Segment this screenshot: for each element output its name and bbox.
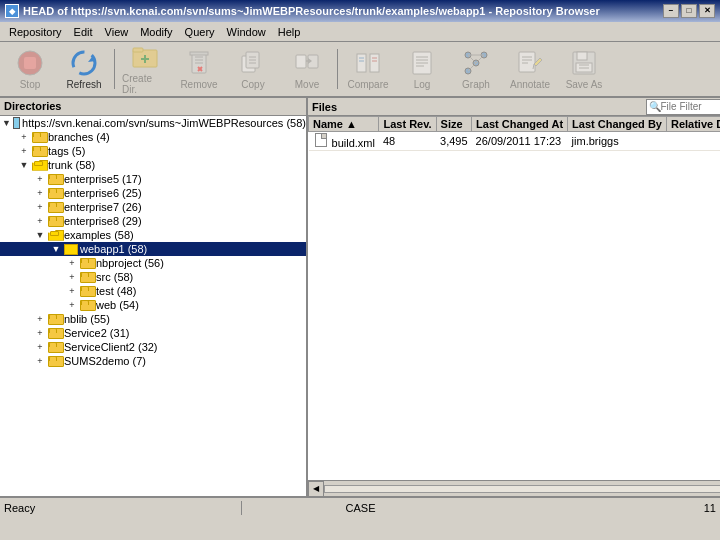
remove-label: Remove [180, 79, 217, 90]
expand-trunk[interactable]: ▼ [18, 159, 30, 171]
files-header: Files 🔍 ✕ ▶ [308, 98, 720, 116]
menu-query[interactable]: Query [180, 25, 220, 39]
tree-item-branches[interactable]: + branches (4) [0, 130, 306, 144]
move-button[interactable]: Move [281, 45, 333, 93]
folder-tags-icon [32, 146, 46, 157]
copy-button[interactable]: Copy [227, 45, 279, 93]
expand-nblib[interactable]: + [34, 313, 46, 325]
expand-root[interactable]: ▼ [2, 117, 11, 129]
tree-item-src[interactable]: + src (58) [0, 270, 306, 284]
tree-item-nbproject[interactable]: + nbproject (56) [0, 256, 306, 270]
title-bar-left: ◆ HEAD of https://svn.kcnai.com/svn/sums… [5, 4, 600, 18]
tree-item-examples[interactable]: ▼ examples (58) [0, 228, 306, 242]
tree-item-test[interactable]: + test (48) [0, 284, 306, 298]
tree-item-root[interactable]: ▼ https://svn.kenai.com/svn/sums~JimWEBP… [0, 116, 306, 130]
tree-item-webapp1[interactable]: ▼ webapp1 (58) [0, 242, 306, 256]
expand-branches[interactable]: + [18, 131, 30, 143]
menu-view[interactable]: View [100, 25, 134, 39]
file-filter-input[interactable] [661, 101, 721, 112]
expand-enterprise8[interactable]: + [34, 215, 46, 227]
menu-modify[interactable]: Modify [135, 25, 177, 39]
expand-nbproject[interactable]: + [66, 257, 78, 269]
tree-item-nblib[interactable]: + nblib (55) [0, 312, 306, 326]
graph-button[interactable]: Graph [450, 45, 502, 93]
scroll-left-button[interactable]: ◀ [308, 481, 324, 497]
folder-branches-icon [32, 132, 46, 143]
annotate-button[interactable]: Annotate [504, 45, 556, 93]
minimize-button[interactable]: − [663, 4, 679, 18]
folder-enterprise7-icon [48, 202, 62, 213]
remove-icon [183, 48, 215, 77]
col-name[interactable]: Name ▲ [309, 117, 379, 132]
tree-label-root: https://svn.kenai.com/svn/sums~JimWEBPRe… [22, 117, 306, 129]
col-size[interactable]: Size [436, 117, 472, 132]
tree-item-enterprise7[interactable]: + enterprise7 (26) [0, 200, 306, 214]
refresh-icon [68, 48, 100, 77]
table-row[interactable]: build.xml 48 3,495 26/09/2011 17:23 jim.… [309, 132, 721, 151]
expand-webapp1[interactable]: ▼ [50, 243, 62, 255]
save-as-button[interactable]: Save As [558, 45, 610, 93]
tree-item-enterprise6[interactable]: + enterprise6 (25) [0, 186, 306, 200]
folder-src-icon [80, 272, 94, 283]
folder-trunk-icon [32, 160, 46, 171]
expand-test[interactable]: + [66, 285, 78, 297]
search-icon: 🔍 [649, 101, 661, 112]
compare-button[interactable]: Compare [342, 45, 394, 93]
expand-src[interactable]: + [66, 271, 78, 283]
expand-tags[interactable]: + [18, 145, 30, 157]
tree-item-tags[interactable]: + tags (5) [0, 144, 306, 158]
tree-label-nblib: nblib (55) [64, 313, 110, 325]
tree-item-serviceclient2[interactable]: + ServiceClient2 (32) [0, 340, 306, 354]
window-title: HEAD of https://svn.kcnai.com/svn/sums~J… [23, 5, 600, 17]
col-lastchangedby[interactable]: Last Changed By [568, 117, 667, 132]
col-lastrev[interactable]: Last Rev. [379, 117, 436, 132]
files-table-container[interactable]: Name ▲ Last Rev. Size Last Changed At La… [308, 116, 720, 480]
tree-item-enterprise8[interactable]: + enterprise8 (29) [0, 214, 306, 228]
stop-button[interactable]: Stop [4, 45, 56, 93]
tree-item-sums2demo[interactable]: + SUMS2demo (7) [0, 354, 306, 368]
expand-serviceclient2[interactable]: + [34, 341, 46, 353]
expand-service2[interactable]: + [34, 327, 46, 339]
tree-item-trunk[interactable]: ▼ trunk (58) [0, 158, 306, 172]
file-reldir-cell [666, 132, 720, 151]
directories-tree[interactable]: ▼ https://svn.kenai.com/svn/sums~JimWEBP… [0, 116, 306, 496]
menu-repository[interactable]: Repository [4, 25, 67, 39]
log-button[interactable]: Log [396, 45, 448, 93]
col-reldir[interactable]: Relative Directory [666, 117, 720, 132]
expand-sums2demo[interactable]: + [34, 355, 46, 367]
close-button[interactable]: ✕ [699, 4, 715, 18]
expand-enterprise5[interactable]: + [34, 173, 46, 185]
maximize-button[interactable]: □ [681, 4, 697, 18]
stop-label: Stop [20, 79, 41, 90]
file-lastrev-cell: 48 [379, 132, 436, 151]
title-bar-controls[interactable]: − □ ✕ [663, 4, 715, 18]
scroll-track[interactable] [324, 485, 720, 493]
computer-icon [13, 117, 20, 129]
menu-help[interactable]: Help [273, 25, 306, 39]
refresh-button[interactable]: Refresh [58, 45, 110, 93]
file-filter-container[interactable]: 🔍 ✕ ▶ [646, 99, 721, 115]
status-center: CASE [242, 502, 479, 514]
svg-rect-24 [357, 54, 366, 72]
create-dir-button[interactable]: Create Dir. [119, 45, 171, 93]
menu-edit[interactable]: Edit [69, 25, 98, 39]
files-scrollbar[interactable]: ◀ ▶ [308, 480, 720, 496]
remove-button[interactable]: Remove [173, 45, 225, 93]
menu-window[interactable]: Window [222, 25, 271, 39]
tree-item-service2[interactable]: + Service2 (31) [0, 326, 306, 340]
expand-examples[interactable]: ▼ [34, 229, 46, 241]
expand-web[interactable]: + [66, 299, 78, 311]
expand-enterprise6[interactable]: + [34, 187, 46, 199]
menu-bar: Repository Edit View Modify Query Window… [0, 22, 720, 42]
file-lastchangedby-cell: jim.briggs [568, 132, 667, 151]
expand-enterprise7[interactable]: + [34, 201, 46, 213]
refresh-label: Refresh [66, 79, 101, 90]
tree-label-tags: tags (5) [48, 145, 85, 157]
tree-item-enterprise5[interactable]: + enterprise5 (17) [0, 172, 306, 186]
folder-serviceclient2-icon [48, 342, 62, 353]
toolbar-sep-1 [114, 49, 115, 89]
tree-item-web[interactable]: + web (54) [0, 298, 306, 312]
toolbar: Stop Refresh Create Dir. [0, 42, 720, 98]
col-lastchangedat[interactable]: Last Changed At [472, 117, 568, 132]
folder-nblib-icon [48, 314, 62, 325]
